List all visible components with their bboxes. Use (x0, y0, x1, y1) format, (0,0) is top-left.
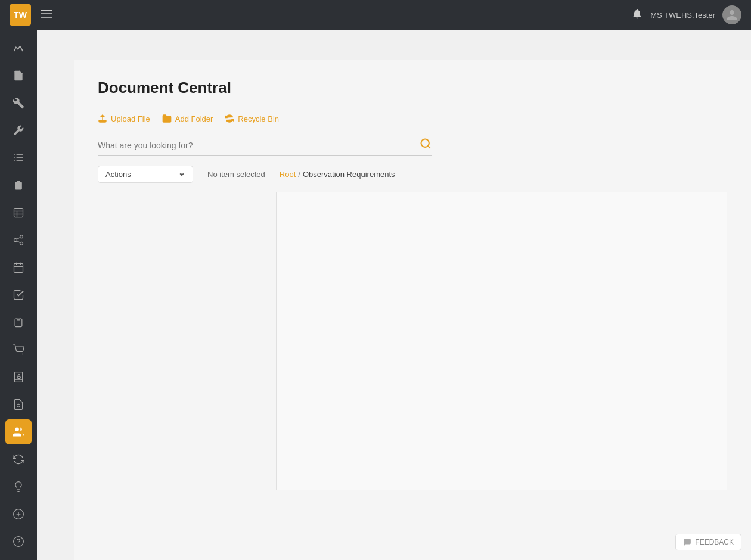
file-tree (98, 192, 277, 490)
svg-rect-0 (41, 10, 52, 11)
actions-bar: Actions No item selected Root / Observat… (98, 166, 727, 183)
svg-rect-1 (41, 13, 52, 14)
notifications-bell-icon[interactable] (631, 8, 643, 23)
svg-rect-10 (17, 181, 20, 183)
sidebar-item-list[interactable] (5, 145, 32, 170)
svg-rect-3 (17, 76, 21, 79)
svg-point-18 (20, 242, 23, 245)
sidebar-item-wrench[interactable] (5, 118, 32, 143)
svg-point-16 (20, 235, 23, 238)
sidebar-item-clipboard[interactable] (5, 310, 32, 335)
username-label: MS TWEHS.Tester (650, 11, 715, 20)
actions-dropdown[interactable]: Actions (98, 166, 193, 183)
svg-line-19 (17, 241, 20, 242)
breadcrumb-separator: / (298, 170, 300, 179)
svg-rect-2 (41, 17, 52, 18)
svg-point-26 (17, 354, 18, 355)
sidebar-item-lightbulb[interactable] (5, 474, 32, 499)
svg-point-30 (15, 428, 19, 432)
sidebar-item-doc-lock[interactable] (5, 63, 32, 88)
sidebar (0, 30, 37, 560)
topbar: TW MS TWEHS.Tester (0, 0, 751, 30)
sidebar-item-plus-circle[interactable] (5, 502, 32, 527)
svg-point-27 (22, 354, 23, 355)
svg-rect-28 (17, 376, 20, 378)
topbar-left: TW (10, 4, 52, 26)
svg-rect-25 (17, 318, 20, 320)
upload-file-button[interactable]: Upload File (98, 111, 150, 126)
sidebar-item-report[interactable] (5, 200, 32, 225)
svg-point-29 (17, 404, 20, 407)
sidebar-item-help[interactable] (5, 529, 32, 554)
no-item-selected-label: No item selected (207, 170, 265, 179)
sidebar-item-cart[interactable] (5, 337, 32, 362)
sidebar-item-chart[interactable] (5, 36, 32, 61)
svg-rect-12 (14, 209, 23, 217)
add-folder-button[interactable]: Add Folder (162, 111, 213, 126)
hamburger-menu[interactable] (41, 8, 52, 23)
search-bar (98, 138, 432, 156)
svg-point-36 (14, 537, 24, 547)
app-logo: TW (10, 4, 31, 26)
topbar-right: MS TWEHS.Tester (631, 5, 741, 24)
sidebar-item-checklist[interactable] (5, 282, 32, 307)
main-content: Document Central Upload File Add Folder … (74, 60, 751, 560)
sidebar-item-book-lock[interactable] (5, 365, 32, 390)
sidebar-item-recycle[interactable] (5, 447, 32, 472)
toolbar: Upload File Add Folder Recycle Bin (98, 111, 727, 126)
search-input[interactable] (98, 138, 420, 153)
page-title: Document Central (98, 79, 727, 97)
svg-point-9 (14, 160, 15, 161)
search-icon[interactable] (420, 138, 432, 153)
file-preview (277, 192, 727, 490)
sidebar-item-task[interactable] (5, 173, 32, 198)
breadcrumb-current: Observation Requirements (303, 170, 395, 179)
svg-point-41 (421, 139, 429, 147)
sidebar-item-users-gear[interactable] (5, 419, 32, 444)
svg-point-17 (14, 239, 17, 242)
file-area (98, 192, 727, 490)
actions-dropdown-label: Actions (105, 170, 131, 179)
feedback-label: FEEDBACK (695, 538, 734, 546)
feedback-button[interactable]: FEEDBACK (675, 534, 741, 550)
sidebar-item-doc-badge[interactable] (5, 392, 32, 417)
breadcrumb-root[interactable]: Root (280, 170, 296, 179)
svg-line-42 (428, 146, 430, 148)
svg-point-7 (14, 154, 15, 155)
svg-rect-21 (14, 263, 23, 272)
recycle-bin-button[interactable]: Recycle Bin (225, 111, 279, 126)
sidebar-item-tools[interactable] (5, 91, 32, 116)
breadcrumb: Root / Observation Requirements (280, 170, 395, 179)
user-avatar[interactable] (722, 5, 741, 24)
sidebar-item-connections[interactable] (5, 228, 32, 253)
svg-line-20 (17, 237, 20, 239)
svg-point-8 (14, 157, 15, 158)
sidebar-item-calendar[interactable] (5, 255, 32, 280)
